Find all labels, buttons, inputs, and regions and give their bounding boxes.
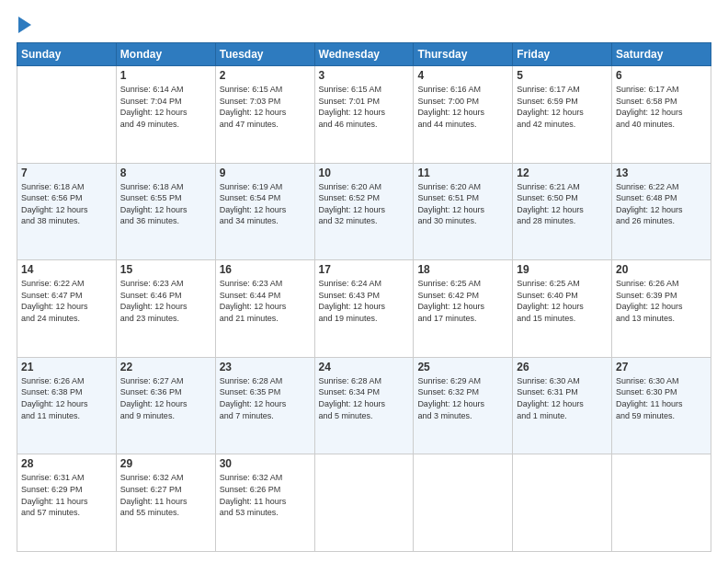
calendar-cell: 7Sunrise: 6:18 AM Sunset: 6:56 PM Daylig… xyxy=(17,163,117,260)
day-number: 6 xyxy=(616,69,707,82)
day-info: Sunrise: 6:21 AM Sunset: 6:50 PM Dayligh… xyxy=(517,181,608,227)
day-number: 21 xyxy=(21,361,112,373)
day-info: Sunrise: 6:26 AM Sunset: 6:38 PM Dayligh… xyxy=(21,375,112,421)
calendar-cell: 3Sunrise: 6:15 AM Sunset: 7:01 PM Daylig… xyxy=(314,66,414,164)
calendar-cell: 23Sunrise: 6:28 AM Sunset: 6:35 PM Dayli… xyxy=(215,357,314,454)
calendar-cell: 10Sunrise: 6:20 AM Sunset: 6:52 PM Dayli… xyxy=(314,163,414,260)
calendar-cell: 8Sunrise: 6:18 AM Sunset: 6:55 PM Daylig… xyxy=(116,163,215,260)
day-number: 10 xyxy=(319,167,410,179)
day-info: Sunrise: 6:15 AM Sunset: 7:03 PM Dayligh… xyxy=(220,84,311,130)
calendar-cell: 29Sunrise: 6:32 AM Sunset: 6:27 PM Dayli… xyxy=(116,454,215,552)
calendar-week-row: 14Sunrise: 6:22 AM Sunset: 6:47 PM Dayli… xyxy=(17,260,711,358)
day-info: Sunrise: 6:24 AM Sunset: 6:43 PM Dayligh… xyxy=(319,278,410,324)
day-number: 29 xyxy=(120,457,211,470)
calendar-cell: 4Sunrise: 6:16 AM Sunset: 7:00 PM Daylig… xyxy=(414,66,513,164)
calendar-cell xyxy=(17,66,117,164)
day-info: Sunrise: 6:20 AM Sunset: 6:52 PM Dayligh… xyxy=(319,181,410,227)
day-number: 5 xyxy=(517,69,608,82)
day-number: 12 xyxy=(517,167,608,179)
day-info: Sunrise: 6:22 AM Sunset: 6:47 PM Dayligh… xyxy=(21,278,112,324)
calendar-cell: 12Sunrise: 6:21 AM Sunset: 6:50 PM Dayli… xyxy=(513,163,612,260)
day-info: Sunrise: 6:25 AM Sunset: 6:42 PM Dayligh… xyxy=(417,278,508,324)
calendar-cell: 14Sunrise: 6:22 AM Sunset: 6:47 PM Dayli… xyxy=(17,260,117,358)
day-info: Sunrise: 6:17 AM Sunset: 6:59 PM Dayligh… xyxy=(517,84,608,130)
calendar-week-row: 1Sunrise: 6:14 AM Sunset: 7:04 PM Daylig… xyxy=(17,66,711,164)
calendar-cell: 2Sunrise: 6:15 AM Sunset: 7:03 PM Daylig… xyxy=(215,66,314,164)
day-info: Sunrise: 6:16 AM Sunset: 7:00 PM Dayligh… xyxy=(417,84,508,130)
calendar-cell: 24Sunrise: 6:28 AM Sunset: 6:34 PM Dayli… xyxy=(314,357,414,454)
calendar-cell xyxy=(513,454,612,552)
day-info: Sunrise: 6:19 AM Sunset: 6:54 PM Dayligh… xyxy=(220,181,311,227)
day-info: Sunrise: 6:31 AM Sunset: 6:29 PM Dayligh… xyxy=(21,472,112,518)
calendar-cell: 15Sunrise: 6:23 AM Sunset: 6:46 PM Dayli… xyxy=(116,260,215,358)
day-info: Sunrise: 6:23 AM Sunset: 6:44 PM Dayligh… xyxy=(220,278,311,324)
day-number: 16 xyxy=(220,263,311,276)
calendar-cell: 9Sunrise: 6:19 AM Sunset: 6:54 PM Daylig… xyxy=(215,163,314,260)
calendar-cell xyxy=(612,454,711,552)
calendar-header-row: SundayMondayTuesdayWednesdayThursdayFrid… xyxy=(17,43,711,66)
calendar-cell: 30Sunrise: 6:32 AM Sunset: 6:26 PM Dayli… xyxy=(215,454,314,552)
day-info: Sunrise: 6:20 AM Sunset: 6:51 PM Dayligh… xyxy=(417,181,508,227)
day-number: 30 xyxy=(220,457,311,470)
calendar-cell: 26Sunrise: 6:30 AM Sunset: 6:31 PM Dayli… xyxy=(513,357,612,454)
day-number: 24 xyxy=(319,361,410,373)
day-number: 11 xyxy=(417,167,508,179)
day-number: 20 xyxy=(616,263,707,276)
logo-arrow-icon xyxy=(18,17,31,33)
calendar-day-header: Tuesday xyxy=(215,43,314,66)
calendar-cell: 19Sunrise: 6:25 AM Sunset: 6:40 PM Dayli… xyxy=(513,260,612,358)
day-info: Sunrise: 6:30 AM Sunset: 6:31 PM Dayligh… xyxy=(517,375,608,421)
header xyxy=(17,17,711,33)
calendar-week-row: 7Sunrise: 6:18 AM Sunset: 6:56 PM Daylig… xyxy=(17,163,711,260)
calendar-cell: 27Sunrise: 6:30 AM Sunset: 6:30 PM Dayli… xyxy=(612,357,711,454)
day-info: Sunrise: 6:17 AM Sunset: 6:58 PM Dayligh… xyxy=(616,84,707,130)
day-info: Sunrise: 6:15 AM Sunset: 7:01 PM Dayligh… xyxy=(319,84,410,130)
day-info: Sunrise: 6:14 AM Sunset: 7:04 PM Dayligh… xyxy=(120,84,211,130)
day-number: 7 xyxy=(21,167,112,179)
day-number: 19 xyxy=(517,263,608,276)
calendar-cell: 17Sunrise: 6:24 AM Sunset: 6:43 PM Dayli… xyxy=(314,260,414,358)
day-number: 13 xyxy=(616,167,707,179)
calendar-day-header: Saturday xyxy=(612,43,711,66)
day-number: 18 xyxy=(417,263,508,276)
page: SundayMondayTuesdayWednesdayThursdayFrid… xyxy=(0,0,728,563)
day-info: Sunrise: 6:30 AM Sunset: 6:30 PM Dayligh… xyxy=(616,375,707,421)
day-info: Sunrise: 6:27 AM Sunset: 6:36 PM Dayligh… xyxy=(120,375,211,421)
calendar-cell: 21Sunrise: 6:26 AM Sunset: 6:38 PM Dayli… xyxy=(17,357,117,454)
calendar-cell: 11Sunrise: 6:20 AM Sunset: 6:51 PM Dayli… xyxy=(414,163,513,260)
day-info: Sunrise: 6:23 AM Sunset: 6:46 PM Dayligh… xyxy=(120,278,211,324)
day-number: 4 xyxy=(417,69,508,82)
day-number: 9 xyxy=(220,167,311,179)
calendar-day-header: Friday xyxy=(513,43,612,66)
calendar-cell xyxy=(414,454,513,552)
day-info: Sunrise: 6:18 AM Sunset: 6:55 PM Dayligh… xyxy=(120,181,211,227)
calendar-cell: 22Sunrise: 6:27 AM Sunset: 6:36 PM Dayli… xyxy=(116,357,215,454)
day-info: Sunrise: 6:22 AM Sunset: 6:48 PM Dayligh… xyxy=(616,181,707,227)
calendar-cell xyxy=(314,454,414,552)
day-info: Sunrise: 6:32 AM Sunset: 6:26 PM Dayligh… xyxy=(220,472,311,518)
day-number: 14 xyxy=(21,263,112,276)
day-number: 8 xyxy=(120,167,211,179)
calendar-day-header: Monday xyxy=(116,43,215,66)
day-number: 27 xyxy=(616,361,707,373)
calendar-cell: 28Sunrise: 6:31 AM Sunset: 6:29 PM Dayli… xyxy=(17,454,117,552)
day-info: Sunrise: 6:32 AM Sunset: 6:27 PM Dayligh… xyxy=(120,472,211,518)
day-number: 25 xyxy=(417,361,508,373)
day-number: 2 xyxy=(220,69,311,82)
calendar-cell: 13Sunrise: 6:22 AM Sunset: 6:48 PM Dayli… xyxy=(612,163,711,260)
day-number: 1 xyxy=(120,69,211,82)
calendar-cell: 1Sunrise: 6:14 AM Sunset: 7:04 PM Daylig… xyxy=(116,66,215,164)
calendar-day-header: Sunday xyxy=(17,43,117,66)
logo xyxy=(17,17,31,33)
day-info: Sunrise: 6:25 AM Sunset: 6:40 PM Dayligh… xyxy=(517,278,608,324)
day-info: Sunrise: 6:28 AM Sunset: 6:35 PM Dayligh… xyxy=(220,375,311,421)
day-number: 15 xyxy=(120,263,211,276)
calendar-cell: 18Sunrise: 6:25 AM Sunset: 6:42 PM Dayli… xyxy=(414,260,513,358)
day-number: 23 xyxy=(220,361,311,373)
calendar-week-row: 28Sunrise: 6:31 AM Sunset: 6:29 PM Dayli… xyxy=(17,454,711,552)
day-info: Sunrise: 6:26 AM Sunset: 6:39 PM Dayligh… xyxy=(616,278,707,324)
calendar-cell: 5Sunrise: 6:17 AM Sunset: 6:59 PM Daylig… xyxy=(513,66,612,164)
day-number: 3 xyxy=(319,69,410,82)
calendar-week-row: 21Sunrise: 6:26 AM Sunset: 6:38 PM Dayli… xyxy=(17,357,711,454)
day-number: 17 xyxy=(319,263,410,276)
